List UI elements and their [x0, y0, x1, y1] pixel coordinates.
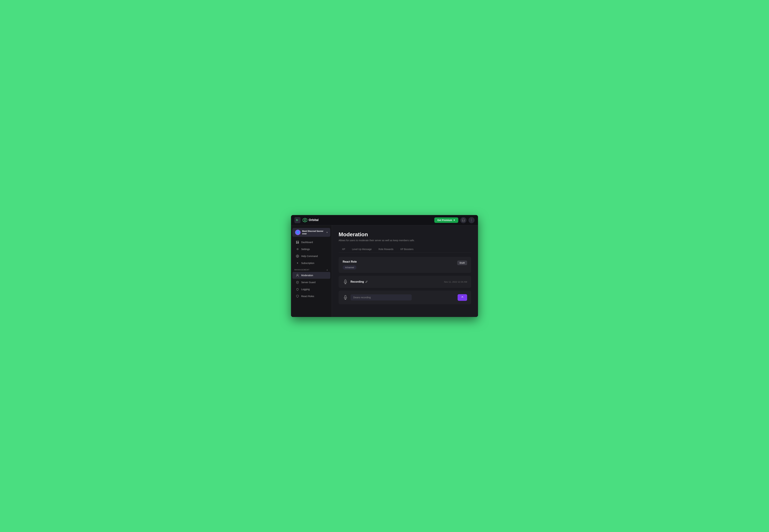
subscription-icon: ✦ — [296, 261, 299, 265]
collapse-icon[interactable]: ▲ — [326, 269, 328, 271]
moderation-label: Moderation — [301, 274, 313, 277]
svg-rect-6 — [296, 241, 297, 242]
server-avatar: 🌐 — [295, 230, 300, 235]
svg-rect-17 — [345, 280, 346, 282]
management-label: MANAGEMENT — [294, 269, 309, 271]
react-roles-icon — [296, 295, 299, 298]
tabs-bar: XP Level Up Message Role Rewards XP Boos… — [338, 246, 471, 253]
logging-label: Logging — [301, 288, 310, 291]
svg-point-16 — [297, 274, 298, 276]
svg-rect-0 — [296, 219, 297, 219]
tab-xp[interactable]: XP — [338, 246, 348, 253]
svg-rect-1 — [296, 220, 298, 220]
brand-name: Orbital — [309, 218, 318, 222]
react-role-header: React Role Draft — [343, 260, 467, 265]
svg-rect-7 — [297, 241, 299, 241]
headset-icon-button[interactable]: 🎧 — [460, 217, 467, 223]
sidebar-nav-item-subscription[interactable]: ✦ Subscription — [292, 260, 330, 267]
menu-button[interactable]: ⋮ — [469, 217, 475, 223]
recording-input[interactable] — [350, 294, 412, 300]
help-command-label: Help Command — [301, 255, 318, 258]
react-roles-label: React Roles — [301, 295, 314, 298]
sidebar-nav-item-logging[interactable]: Logging — [292, 286, 330, 293]
sidebar-nav-item-settings[interactable]: ⚙ Settings — [292, 246, 330, 253]
react-role-card: React Role Draft #channel — [338, 257, 471, 273]
settings-label: Settings — [301, 248, 310, 251]
help-command-icon — [296, 254, 299, 258]
dots-icon: ⋮ — [470, 218, 473, 222]
server-name: Best Discrod Sevrer ever — [302, 230, 325, 235]
sidebar: 🌐 Best Discrod Sevrer ever ▾ Dashboard — [291, 225, 332, 317]
premium-label: Get Premium — [438, 219, 452, 221]
moderation-icon — [296, 274, 299, 277]
tab-role-rewards[interactable]: Role Rewards — [375, 246, 397, 253]
dashboard-icon — [296, 241, 299, 244]
management-section-header: MANAGEMENT ▲ — [291, 267, 331, 272]
sparkle-icon: ✦ — [453, 219, 455, 221]
purple-action-button[interactable] — [458, 294, 467, 301]
settings-icon: ⚙ — [296, 247, 299, 251]
mic-icon — [343, 279, 348, 285]
server-guard-label: Server Guard — [301, 281, 315, 284]
svg-rect-8 — [296, 242, 297, 244]
sidebar-nav-item-moderation[interactable]: Moderation — [292, 272, 330, 279]
content-header: Moderation Allows for users to moderate … — [332, 225, 478, 253]
app-window: Orbital Get Premium ✦ 🎧 ⋮ 🌐 Best Discrod… — [291, 215, 478, 317]
svg-rect-2 — [296, 220, 298, 221]
main-content: Moderation Allows for users to moderate … — [332, 225, 478, 317]
recording-card: Recording 🖊 Nov 11, 2022 12:34 AM — [338, 276, 471, 288]
headset-icon: 🎧 — [462, 218, 465, 222]
edit-icon[interactable]: 🖊 — [365, 280, 368, 283]
main-layout: 🌐 Best Discrod Sevrer ever ▾ Dashboard — [291, 225, 478, 317]
react-role-tags: #channel — [343, 265, 467, 270]
topbar-actions: Get Premium ✦ 🎧 ⋮ — [434, 217, 475, 223]
mic-icon-2 — [343, 295, 348, 300]
chevron-down-icon: ▾ — [326, 231, 327, 234]
recording-date: Nov 11, 2022 12:34 AM — [444, 281, 467, 283]
topbar-left: Orbital — [294, 217, 434, 223]
svg-point-11 — [297, 256, 298, 257]
brand-logo: Orbital — [302, 218, 318, 223]
svg-rect-9 — [298, 242, 299, 244]
sidebar-nav-item-server-guard[interactable]: Server Guard — [292, 279, 330, 286]
dashboard-label: Dashboard — [301, 241, 313, 244]
subscription-label: Subscription — [301, 262, 314, 264]
tab-level-up[interactable]: Level Up Message — [348, 246, 375, 253]
channel-tag[interactable]: #channel — [343, 265, 356, 270]
get-premium-button[interactable]: Get Premium ✦ — [434, 217, 458, 223]
content-body: React Role Draft #channel — [332, 253, 478, 308]
svg-rect-20 — [345, 295, 346, 298]
sidebar-nav-item-help-command[interactable]: Help Command — [292, 253, 330, 260]
draft-badge: Draft — [457, 261, 467, 265]
topbar: Orbital Get Premium ✦ 🎧 ⋮ — [291, 215, 478, 225]
server-selector[interactable]: 🌐 Best Discrod Sevrer ever ▾ — [292, 228, 330, 237]
tab-xp-boosters[interactable]: XP Boosters — [397, 246, 417, 253]
sidebar-nav-item-react-roles[interactable]: React Roles — [292, 293, 330, 300]
sidebar-nav-item-dashboard[interactable]: Dashboard — [292, 239, 330, 246]
bottom-card — [338, 291, 471, 304]
react-role-title: React Role — [343, 260, 357, 263]
page-title: Moderation — [338, 231, 471, 238]
page-subtitle: Allows for users to moderate their serve… — [338, 239, 471, 242]
app-logo-icon[interactable] — [294, 217, 300, 223]
server-guard-icon — [296, 281, 299, 284]
logging-icon — [296, 288, 299, 291]
recording-title: Recording 🖊 — [350, 280, 368, 283]
